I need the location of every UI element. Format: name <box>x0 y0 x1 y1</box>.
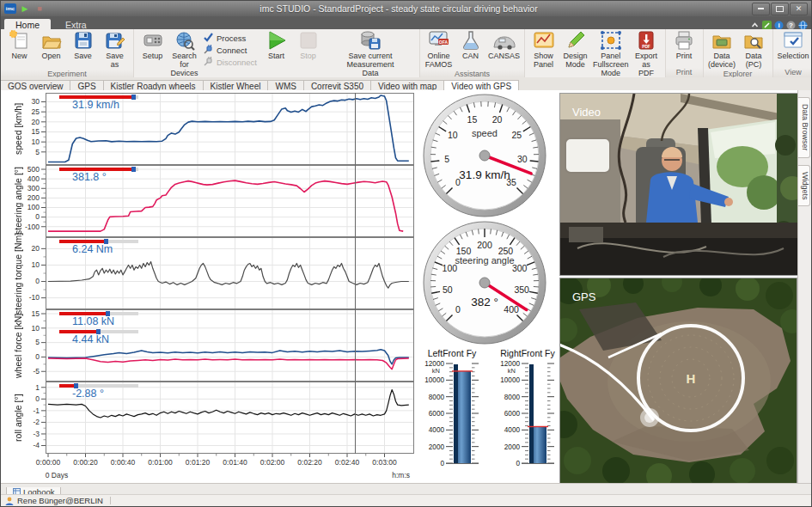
ribbon-button-setup[interactable]: Setup <box>137 30 168 61</box>
user-icon <box>5 497 14 505</box>
channel-value-display[interactable]: 11.08 kN <box>59 312 138 327</box>
value-slider[interactable] <box>59 312 138 315</box>
save-icon <box>73 30 94 53</box>
ribbon-button-open[interactable]: Open <box>35 30 67 61</box>
button-label: CAN <box>456 52 485 61</box>
svg-text:10: 10 <box>32 324 40 333</box>
print-icon <box>674 30 694 53</box>
video-display[interactable]: Video <box>559 93 801 276</box>
svg-text:0:02:00: 0:02:00 <box>260 458 285 467</box>
new-document-icon <box>9 30 30 53</box>
logbook-bar: Logbook <box>1 483 811 495</box>
bar-meter-title: LeftFront Fy <box>419 348 485 358</box>
ribbon-button-save-current-measurement-data[interactable]: Save current MeasurementData <box>324 30 417 78</box>
chart-cursor-line[interactable] <box>355 93 356 454</box>
minimize-button[interactable] <box>752 3 770 15</box>
svg-text:20: 20 <box>492 114 503 125</box>
button-label: ShowPanel <box>529 52 558 70</box>
svg-text:200: 200 <box>27 193 40 202</box>
svg-text:15: 15 <box>467 114 478 125</box>
gauge-speed[interactable]: 05101520253035speed31.9 km/h <box>421 92 548 219</box>
maximize-button[interactable] <box>771 3 789 15</box>
value-slider[interactable] <box>59 384 138 388</box>
svg-text:2000: 2000 <box>429 443 445 451</box>
value-slider[interactable] <box>59 240 138 243</box>
button-label: DesignMode <box>561 52 589 70</box>
channel-value-display[interactable]: 6.24 Nm <box>59 240 138 255</box>
ribbon-group-view: SelectionView <box>773 29 812 77</box>
setup-icon <box>143 30 163 53</box>
panel-tab-bar: GOS overviewGPSKistler Roadyn wheelsKist… <box>1 77 811 91</box>
bar-meter-leftfront-fy[interactable]: LeftFront Fy020004000600080001000012000k… <box>419 348 485 480</box>
close-button[interactable]: ✕ <box>790 3 808 15</box>
ribbon-group-explorer: Data(device)Data(PC)Explorer <box>704 29 773 77</box>
value-slider[interactable] <box>59 95 138 99</box>
bar-meter-peak <box>529 364 534 463</box>
ribbon-button-print[interactable]: Print <box>669 30 700 61</box>
svg-text:5: 5 <box>444 154 449 164</box>
bar-meter-rightfront-fy[interactable]: RightFront Fy020004000600080001000012000… <box>495 348 560 480</box>
chart-yaxis: -1000100200300400500 <box>23 165 46 237</box>
ribbon-button-save[interactable]: Save <box>67 30 99 61</box>
svg-text:10: 10 <box>32 260 40 269</box>
svg-text:0: 0 <box>35 212 40 221</box>
channel-value-display[interactable]: 31.9 km/h <box>59 95 138 111</box>
channel-value-display[interactable]: 381.8 ° <box>59 168 138 183</box>
quick-start-icon[interactable]: ▶ <box>19 3 31 14</box>
ribbon-button-export-as-pdf[interactable]: PDFExport asPDF <box>631 30 662 78</box>
svg-text:0:03:00: 0:03:00 <box>372 458 397 467</box>
ribbon-button-save-as[interactable]: Saveas <box>99 30 131 70</box>
svg-text:0:02:20: 0:02:20 <box>297 458 322 467</box>
imc-logo-icon: imc <box>4 3 16 14</box>
ribbon-button-online-famos[interactable]: OFAOnlineFAMOS <box>423 30 455 70</box>
side-tab-strip: Data Browser Widgets <box>797 90 811 486</box>
channel-value-display[interactable]: -2.88 ° <box>59 384 138 400</box>
channel-value-display[interactable]: 4.44 kN <box>59 330 138 345</box>
quick-access-toolbar: imc ▶ ■ <box>1 3 46 14</box>
quick-stop-icon[interactable]: ■ <box>34 3 46 14</box>
data-device-icon <box>711 31 732 52</box>
ribbon-button-new[interactable]: New <box>3 30 35 61</box>
ribbon-button-selection[interactable]: Selection <box>776 30 811 61</box>
chart-ylabel: steering torque [Nm] <box>13 237 23 309</box>
button-label: Print <box>670 52 699 61</box>
bar-meter-title: RightFront Fy <box>495 348 560 358</box>
bar-meters: LeftFront Fy020004000600080001000012000k… <box>419 348 560 480</box>
button-label: Search forDevices <box>170 52 198 78</box>
bar-meter-peak <box>454 364 458 463</box>
ribbon-button-show-panel[interactable]: ShowPanel <box>528 30 559 70</box>
window-title: imc STUDIO - StandardProject - steady st… <box>46 3 752 14</box>
tab-data-browser[interactable]: Data Browser <box>798 97 810 158</box>
button-label: Data(PC) <box>740 52 768 70</box>
ribbon-button-design-mode[interactable]: DesignMode <box>559 30 591 70</box>
button-label: Start <box>262 52 290 61</box>
ribbon-button-data--device-[interactable]: Data(device) <box>706 30 738 70</box>
button-label: Disconnect <box>217 58 257 67</box>
ribbon-button-stop[interactable]: Stop <box>292 30 324 61</box>
ribbon-button-cansas[interactable]: CANSAS <box>486 30 522 61</box>
svg-text:8000: 8000 <box>504 394 521 401</box>
ribbon-button-start[interactable]: Start <box>260 30 292 61</box>
value-slider[interactable] <box>59 168 138 171</box>
ribbon-button-can[interactable]: CAN <box>455 30 486 61</box>
svg-text:0:00:20: 0:00:20 <box>73 458 98 467</box>
imc-studio-window: imc ▶ ■ imc STUDIO - StandardProject - s… <box>0 0 812 507</box>
ribbon-button-data--pc-[interactable]: Data(PC) <box>738 30 770 70</box>
check-process-icon <box>204 33 213 44</box>
ribbon-button-process[interactable]: Process <box>204 33 257 44</box>
tab-widgets[interactable]: Widgets <box>798 165 810 207</box>
ribbon-button-disconnect[interactable]: Disconnect <box>204 57 257 68</box>
gauge-steering-angle[interactable]: 050100150200250300350400steering angle38… <box>421 219 548 346</box>
ribbon-tab-bar: HomeExtra i? <box>1 16 811 29</box>
svg-text:400: 400 <box>27 174 40 183</box>
ribbon-button-connect[interactable]: Connect <box>204 45 257 56</box>
gauge-value: 382 ° <box>471 296 498 308</box>
ribbon-button-panel-fullscreen-mode[interactable]: Panel FullscreenMode <box>591 30 631 78</box>
open-folder-icon <box>41 30 62 53</box>
value-slider[interactable] <box>59 330 138 333</box>
gps-display[interactable]: H GPS <box>559 278 797 484</box>
channel-value-text: 6.24 Nm <box>59 243 138 255</box>
search-devices-icon <box>174 30 195 53</box>
ribbon-button-search-for-devices[interactable]: Search forDevices <box>168 30 200 78</box>
helipad-mark: H <box>687 371 696 386</box>
